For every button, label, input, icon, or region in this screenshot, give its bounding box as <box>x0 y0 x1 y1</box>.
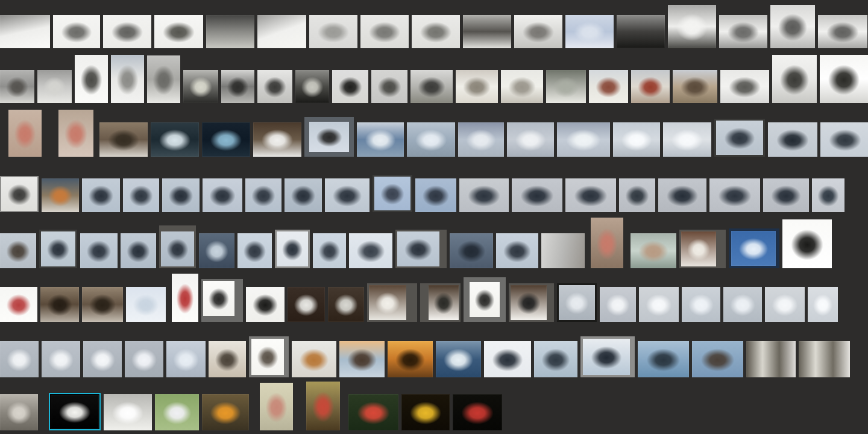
thumbnail-eagle-white-framed-2[interactable] <box>580 336 635 377</box>
thumbnail-boat-on-calm-sea[interactable] <box>257 70 292 103</box>
thumbnail-autumn-maple-tall[interactable] <box>306 382 340 430</box>
thumbnail-eagle-swoop-low[interactable] <box>162 178 200 212</box>
thumbnail-eagle-gray-water-1[interactable] <box>459 178 509 212</box>
thumbnail-eagle-dive-framed[interactable] <box>39 230 77 268</box>
thumbnail-swan-running-water-2[interactable] <box>663 122 711 157</box>
thumbnail-eagle-talons-out[interactable] <box>245 178 281 212</box>
thumbnail-bare-trees-red-hut[interactable] <box>589 70 628 103</box>
thumbnail-eagle-lift-off[interactable] <box>763 178 809 212</box>
thumbnail-crane-head-portrait-tall[interactable] <box>172 274 198 322</box>
thumbnail-yellow-maple-night[interactable] <box>401 394 450 430</box>
thumbnail-red-fox-on-rocks[interactable] <box>42 178 79 212</box>
thumbnail-eagle-skim-blue-water[interactable] <box>638 341 689 377</box>
thumbnail-blue-mist-dawn[interactable] <box>565 15 614 48</box>
thumbnail-swan-running-water-1[interactable] <box>613 122 660 157</box>
thumbnail-owl-tree-hole-1[interactable] <box>40 287 79 322</box>
thumbnail-red-maple-dark-green[interactable] <box>348 394 398 430</box>
thumbnail-dark-field-walker[interactable] <box>206 15 254 48</box>
thumbnail-eagle-dive-gray-sea[interactable] <box>768 122 817 157</box>
thumbnail-forest-hill-snow[interactable] <box>546 70 586 103</box>
thumbnail-tetrapods-in-water[interactable] <box>221 70 254 103</box>
thumbnail-eagle-banking-turn[interactable] <box>820 122 868 157</box>
thumbnail-snow-monkey-portrait[interactable] <box>8 110 42 157</box>
thumbnail-snow-hedge-ridge[interactable] <box>257 15 306 48</box>
thumbnail-rock-on-snowy-beach[interactable] <box>37 70 72 103</box>
thumbnail-eagle-grab-fish[interactable] <box>658 178 706 212</box>
thumbnail-ice-wall-abstract[interactable] <box>541 233 585 268</box>
thumbnail-eagle-blue-sky-framed[interactable] <box>373 175 412 212</box>
thumbnail-eagle-dark-blue-sea[interactable] <box>199 233 234 268</box>
thumbnail-eagle-white-sky-wide[interactable] <box>349 233 392 268</box>
thumbnail-snow-boat-dock-tall[interactable] <box>111 55 144 103</box>
thumbnail-daisies-green-meadow[interactable] <box>155 394 199 430</box>
thumbnail-eagle-open-sky[interactable] <box>313 233 346 268</box>
thumbnail-eagle-edge-frame[interactable] <box>812 178 844 212</box>
thumbnail-swan-takeoff-pair[interactable] <box>125 341 163 377</box>
thumbnail-swan-glide-gray-water[interactable] <box>42 341 80 377</box>
thumbnail-reed-abstract-bw-2[interactable] <box>799 341 850 377</box>
thumbnail-eagle-wide-glide[interactable] <box>0 233 36 268</box>
thumbnail-eagle-dark-water[interactable] <box>450 233 493 268</box>
thumbnail-swans-mountain-lake[interactable] <box>458 122 504 157</box>
thumbnail-bird-on-soft-branches[interactable] <box>209 341 246 377</box>
thumbnail-sunset-harbor-rocks[interactable] <box>183 70 218 103</box>
thumbnail-fishing-boats-tall[interactable] <box>770 5 815 48</box>
thumbnail-stormy-sky-stream[interactable] <box>463 15 511 48</box>
thumbnail-boats-cranes-bw[interactable] <box>720 70 769 103</box>
thumbnail-eagle-vertical-stack[interactable] <box>159 225 196 268</box>
thumbnail-lone-tree-hill-1[interactable] <box>360 15 409 48</box>
thumbnail-eagle-diving-1[interactable] <box>82 178 120 212</box>
thumbnail-eagle-wings-high[interactable] <box>619 178 655 212</box>
thumbnail-snow-tetrapods-tall[interactable] <box>668 5 716 48</box>
thumbnail-crane-neck-white-tall[interactable] <box>782 219 832 268</box>
thumbnail-tetrapods-rippled-water[interactable] <box>332 70 368 103</box>
thumbnail-boat-bow-tall-2[interactable] <box>820 55 868 103</box>
thumbnail-frost-branch-macro[interactable] <box>0 394 38 430</box>
thumbnail-eagle-splash-takeoff[interactable] <box>512 178 562 212</box>
thumbnail-eagle-sunset-snowfield[interactable] <box>339 341 385 377</box>
thumbnail-crane-bending-white[interactable] <box>0 287 37 322</box>
thumbnail-cranes-pair-white[interactable] <box>246 287 285 322</box>
thumbnail-crane-flying-dark-2[interactable] <box>328 287 364 322</box>
thumbnail-eagle-white-framed[interactable] <box>275 230 310 268</box>
thumbnail-snow-monkey-mother[interactable] <box>58 110 93 157</box>
thumbnail-eagles-fight-white[interactable] <box>484 341 531 377</box>
thumbnail-eagle-rising-wings[interactable] <box>565 178 616 212</box>
thumbnail-cranes-forest-stack[interactable] <box>367 283 417 322</box>
thumbnail-fritillary-butterfly-orange[interactable] <box>202 394 249 430</box>
thumbnail-rock-island-gray-sea[interactable] <box>371 70 407 103</box>
thumbnail-brown-brush-hut[interactable] <box>673 70 717 103</box>
thumbnail-eagle-catch-fish-blue[interactable] <box>692 341 743 377</box>
thumbnail-swan-neck-curve[interactable] <box>765 287 805 322</box>
thumbnail-cranes-group-brown[interactable] <box>509 283 554 322</box>
thumbnail-eagle-pale-sky[interactable] <box>237 233 272 268</box>
thumbnail-crane-pair-flying-framed[interactable] <box>304 117 354 157</box>
thumbnail-eagle-stack-right[interactable] <box>395 230 447 268</box>
thumbnail-misty-winter-trees[interactable] <box>309 15 357 48</box>
thumbnail-snowy-conifers[interactable] <box>514 15 562 48</box>
thumbnail-wrecked-boats-snow[interactable] <box>0 70 34 103</box>
thumbnail-night-flight-birds[interactable] <box>202 122 250 157</box>
thumbnail-harbor-boats-tall[interactable] <box>147 55 180 103</box>
thumbnail-white-branches-framed[interactable] <box>249 336 289 377</box>
thumbnail-eagle-takeoff-splash-2[interactable] <box>534 341 577 377</box>
thumbnail-snow-hedge-diagonal[interactable] <box>0 15 50 48</box>
thumbnail-boat-bow-tall-1[interactable] <box>772 55 817 103</box>
thumbnail-eagle-wings-spread[interactable] <box>496 233 538 268</box>
thumbnail-white-chrysanthemum-on-black[interactable] <box>49 393 101 430</box>
thumbnail-eagle-low-over-water[interactable] <box>714 119 765 157</box>
thumbnail-swan-landing-splash[interactable] <box>600 287 636 322</box>
thumbnail-eagle-takeoff-spray[interactable] <box>121 233 156 268</box>
thumbnail-cranes-white-stack[interactable] <box>464 277 506 322</box>
thumbnail-cranes-dancing-snow[interactable] <box>253 122 301 157</box>
thumbnail-lone-tree-snowfield-3[interactable] <box>154 15 203 48</box>
thumbnail-eagle-silhouette-sunset[interactable] <box>388 341 433 377</box>
thumbnail-eagle-soar-white-sky[interactable] <box>0 176 39 212</box>
thumbnail-snowy-country-path[interactable] <box>456 70 498 103</box>
thumbnail-chrysanthemum-macro[interactable] <box>104 394 152 430</box>
thumbnail-lone-tree-snowfield-1[interactable] <box>53 15 100 48</box>
thumbnail-monkey-juvenile-tall[interactable] <box>591 218 623 268</box>
thumbnail-swan-takeoff-blur[interactable] <box>407 122 455 157</box>
thumbnail-sky-distant-cranes[interactable] <box>126 287 166 322</box>
thumbnail-blue-sky-crane-flock[interactable] <box>729 228 779 268</box>
